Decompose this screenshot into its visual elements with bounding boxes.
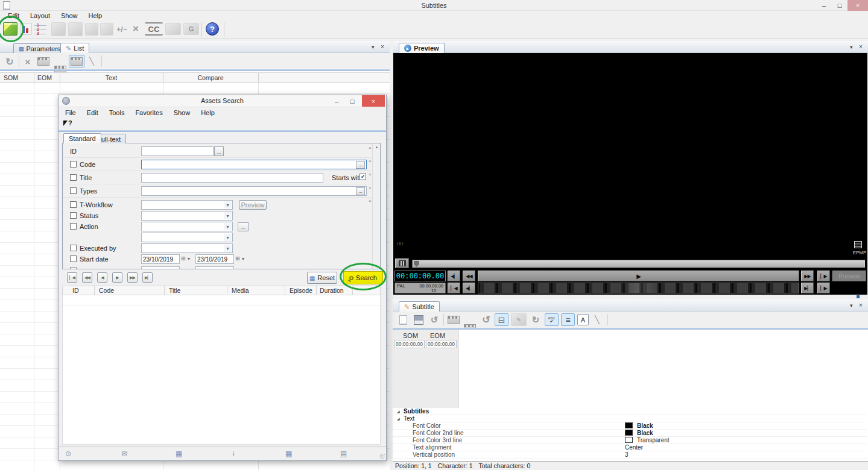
export-down-icon[interactable]: ↓ <box>232 449 235 457</box>
step-back-button[interactable]: ◀▏ <box>448 271 460 281</box>
preview-button-disabled[interactable]: Preview <box>832 271 866 281</box>
som-cell[interactable]: 00:00:00.00 <box>394 340 425 348</box>
minimize-button[interactable]: – <box>816 0 832 11</box>
clapper-som-icon[interactable] <box>37 57 49 66</box>
tworkflow-preview-button-disabled[interactable]: Preview <box>239 200 267 210</box>
maximize-button[interactable]: □ <box>832 0 847 11</box>
closed-captions-icon[interactable]: CC <box>145 22 163 36</box>
nav-back-button[interactable]: ◀ <box>97 272 107 283</box>
tab-preview[interactable]: ▶ Preview <box>399 43 445 53</box>
column-compare[interactable]: Compare <box>163 74 258 81</box>
play-button[interactable]: ▶ <box>478 271 799 281</box>
menu-layout[interactable]: Layout <box>25 11 55 20</box>
spellcheck-icon-selected[interactable]: ABC ✔ <box>545 313 559 326</box>
title-checkbox[interactable] <box>70 174 77 181</box>
code-input[interactable] <box>141 160 367 169</box>
clear-row-icon[interactable]: × <box>369 146 372 151</box>
start-date-checkbox[interactable] <box>70 255 77 262</box>
new-subtitle-icon[interactable] <box>396 313 410 326</box>
justify-icon-selected[interactable]: ≡ <box>561 313 575 326</box>
nav-forward-button[interactable]: ▶ <box>112 272 122 283</box>
seek-thumb[interactable] <box>414 261 419 267</box>
panel-collapse-icon[interactable]: ▾ <box>850 44 853 50</box>
starts-with-checkbox-checked[interactable]: ✔ <box>360 174 366 180</box>
property-group[interactable]: ◢ Subtitles <box>393 408 867 415</box>
dialog-menu-show[interactable]: Show <box>168 108 196 117</box>
types-browse-button[interactable]: ... <box>356 187 365 195</box>
result-column-media[interactable]: Media <box>232 287 249 294</box>
clear-row-icon[interactable]: × <box>369 159 372 164</box>
clear-row-icon[interactable]: × <box>369 199 372 204</box>
code-checkbox[interactable] <box>70 161 77 168</box>
menu-show[interactable]: Show <box>55 11 83 20</box>
wand-icon[interactable]: ╲ <box>86 55 97 67</box>
action-secondary-select[interactable]: ▾ <box>141 233 233 242</box>
title-input[interactable] <box>141 173 323 183</box>
grid-icon[interactable]: ▦ <box>176 450 182 458</box>
dialog-minimize-button[interactable]: – <box>329 95 344 107</box>
redo-icon[interactable]: ↻ <box>529 313 542 326</box>
save-subtitle-icon[interactable] <box>412 313 425 326</box>
clipped-date-field[interactable] <box>141 266 180 269</box>
clear-row-icon[interactable]: × <box>369 172 372 177</box>
rewind-button[interactable]: ◀◀ <box>463 271 475 281</box>
executed-by-checkbox[interactable] <box>70 245 77 251</box>
help-icon[interactable]: ? <box>206 22 219 36</box>
audio-g-icon[interactable]: G <box>183 23 199 35</box>
status-select[interactable]: ▾ <box>141 211 233 221</box>
clapper-in-icon[interactable] <box>448 316 460 324</box>
panel-collapse-icon[interactable]: ▾ <box>372 44 375 50</box>
dialog-menu-tools[interactable]: Tools <box>104 108 130 117</box>
open-icon[interactable] <box>85 23 98 36</box>
panel-collapse-icon[interactable]: ▾ <box>850 302 853 309</box>
undo-icon[interactable]: ↺ <box>428 313 441 326</box>
step-forward-button[interactable]: ▏▶ <box>817 271 830 281</box>
clock-icon[interactable]: ⊙ <box>65 450 71 458</box>
clapper-insert-icon-selected[interactable] <box>69 55 84 67</box>
nav-fast-forward-button[interactable]: ▶▶ <box>127 272 138 283</box>
resize-grip[interactable] <box>380 454 385 459</box>
filmstrip-thumbnails[interactable] <box>478 283 799 293</box>
calendar-icon[interactable]: ⊞ <box>235 255 240 262</box>
start-date-from[interactable]: 23/10/2019 <box>141 254 180 264</box>
dropdown-icon[interactable]: ▾ <box>242 256 244 262</box>
close-button[interactable]: × <box>847 0 868 11</box>
nav-first-button[interactable]: ▏◀ <box>67 272 77 283</box>
grid-icon[interactable]: ▦ <box>285 450 292 458</box>
column-som[interactable]: SOM <box>4 74 18 81</box>
property-row[interactable]: Text alignment Center <box>393 444 867 451</box>
seek-slider[interactable] <box>412 260 865 268</box>
action-checkbox[interactable] <box>70 223 77 230</box>
property-row[interactable]: Font Color 3rd line Transparent <box>393 437 867 444</box>
reset-button[interactable]: ▦ Reset <box>307 272 337 284</box>
copy-list-icon[interactable] <box>51 22 66 36</box>
nav-last-button[interactable]: ▶▏ <box>142 272 153 283</box>
subtitle-text-area[interactable] <box>459 330 868 408</box>
delete-row-icon[interactable]: × <box>22 55 34 67</box>
clipped-date-field[interactable] <box>195 266 234 269</box>
paste-list-icon[interactable] <box>68 22 83 36</box>
code-browse-button[interactable]: ... <box>356 161 365 169</box>
executed-by-select[interactable]: ▾ <box>141 243 233 253</box>
save-icon[interactable] <box>100 23 113 36</box>
panel-close-icon[interactable]: × <box>381 43 384 50</box>
status-checkbox[interactable] <box>70 212 77 219</box>
dialog-menu-help[interactable]: Help <box>195 108 220 117</box>
types-checkbox[interactable] <box>70 187 77 194</box>
back-arrow-icon[interactable]: ↺ <box>480 313 493 326</box>
subtitle-column-som[interactable]: SOM <box>403 332 418 339</box>
nav-fast-back-button[interactable]: ◀◀ <box>82 272 92 283</box>
column-eom[interactable]: EOM <box>37 74 52 81</box>
refresh-icon[interactable]: ↻ <box>4 55 16 67</box>
dialog-menu-edit[interactable]: Edit <box>81 108 104 117</box>
fast-forward-button[interactable]: ▶▶ <box>801 271 814 281</box>
dialog-menu-favorites[interactable]: Favorites <box>130 108 168 117</box>
plus-minus-icon[interactable]: +/− <box>115 23 129 36</box>
scroll-up-icon[interactable]: ▴ <box>373 143 381 151</box>
tworkflow-checkbox[interactable] <box>70 201 77 208</box>
subtitle-column-eom[interactable]: EOM <box>430 332 445 339</box>
tab-list[interactable]: ✎ List <box>60 43 89 53</box>
menu-help[interactable]: Help <box>83 11 108 20</box>
send-icon[interactable]: ✉ <box>121 450 127 458</box>
filmstrip-toggle-button[interactable] <box>395 258 409 268</box>
